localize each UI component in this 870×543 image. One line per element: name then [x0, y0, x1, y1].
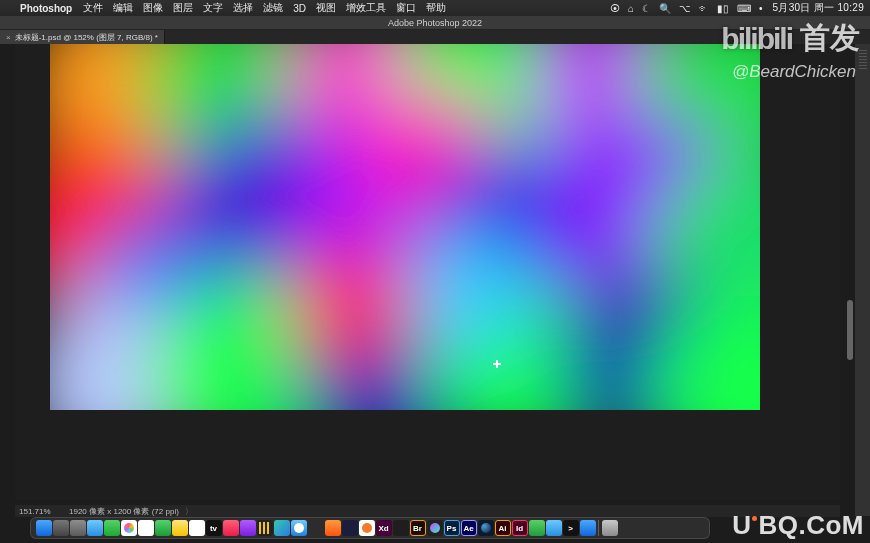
- record-icon[interactable]: ⦿: [606, 3, 624, 14]
- steam-icon[interactable]: [478, 520, 494, 536]
- calendar-icon[interactable]: 30: [138, 520, 154, 536]
- menubar-clock[interactable]: 5月30日 周一 10:29: [767, 1, 870, 15]
- podcasts-icon[interactable]: [240, 520, 256, 536]
- photoshop-window: Adobe Photoshop 2022 × 未标题-1.psd @ 152% …: [0, 16, 870, 543]
- bilibili-logo-text: bilibili: [721, 22, 792, 56]
- close-tab-icon[interactable]: ×: [6, 33, 11, 42]
- app-menu[interactable]: Photoshop: [14, 3, 78, 14]
- document-info[interactable]: 1920 像素 x 1200 像素 (72 ppi): [69, 506, 179, 517]
- cinema4d-icon[interactable]: [342, 520, 358, 536]
- launchpad-icon[interactable]: [53, 520, 69, 536]
- xd-icon[interactable]: Xd: [376, 520, 392, 536]
- canvas-stage[interactable]: [15, 44, 840, 500]
- control-center-icon[interactable]: ⌥: [675, 3, 695, 14]
- music-icon[interactable]: [223, 520, 239, 536]
- icloud-icon[interactable]: [87, 520, 103, 536]
- photoshop-icon[interactable]: Ps: [444, 520, 460, 536]
- menu-3d[interactable]: 3D: [288, 3, 311, 14]
- scrollbar-thumb[interactable]: [847, 300, 853, 360]
- notes-icon[interactable]: [172, 520, 188, 536]
- status-disclosure-icon[interactable]: 〉: [185, 506, 193, 517]
- document-tab-label: 未标题-1.psd @ 152% (图层 7, RGB/8) *: [15, 32, 158, 43]
- svg-point-21: [410, 234, 530, 354]
- menu-select[interactable]: 选择: [228, 1, 258, 15]
- video-status-icon[interactable]: •: [755, 3, 767, 14]
- zoom-level[interactable]: 151.71%: [19, 507, 63, 516]
- collapsed-panels[interactable]: [855, 44, 870, 516]
- illustrator-icon[interactable]: Ai: [495, 520, 511, 536]
- input-source-icon[interactable]: ⌨︎: [733, 3, 755, 14]
- svg-point-22: [290, 244, 410, 364]
- author-handle: @BeardChicken: [732, 62, 856, 82]
- menu-view[interactable]: 视图: [311, 1, 341, 15]
- appletv-icon[interactable]: tv: [206, 520, 222, 536]
- clipstudio-icon[interactable]: [308, 520, 324, 536]
- figma-icon[interactable]: [393, 520, 409, 536]
- pureref-icon[interactable]: [427, 520, 443, 536]
- menu-layer[interactable]: 图层: [168, 1, 198, 15]
- document-canvas[interactable]: [50, 44, 760, 410]
- site-watermark: UBQ.CoM: [732, 510, 864, 541]
- clips-icon[interactable]: [257, 520, 273, 536]
- dock-separator: [598, 520, 599, 536]
- trash-icon[interactable]: [602, 520, 618, 536]
- menu-image[interactable]: 图像: [138, 1, 168, 15]
- document-tab[interactable]: × 未标题-1.psd @ 152% (图层 7, RGB/8) *: [0, 30, 165, 44]
- reminders-icon[interactable]: [189, 520, 205, 536]
- bilibili-tag: 首发: [800, 18, 860, 59]
- terminal-icon[interactable]: >: [563, 520, 579, 536]
- aftereffects-icon[interactable]: Ae: [461, 520, 477, 536]
- menu-help[interactable]: 帮助: [421, 1, 451, 15]
- messages-icon[interactable]: [104, 520, 120, 536]
- indesign-icon[interactable]: Id: [512, 520, 528, 536]
- macos-menubar: Photoshop 文件 编辑 图像 图层 文字 选择 滤镜 3D 视图 增效工…: [0, 0, 870, 16]
- appstore-icon[interactable]: [580, 520, 596, 536]
- numbers-icon[interactable]: [529, 520, 545, 536]
- macos-dock: 30tvXdBrPsAeAiId>: [30, 517, 710, 539]
- spotlight-icon[interactable]: 🔍: [655, 3, 675, 14]
- edge-icon[interactable]: [274, 520, 290, 536]
- menu-type[interactable]: 文字: [198, 1, 228, 15]
- wechat-icon[interactable]: [155, 520, 171, 536]
- status-bar: 151.71% 1920 像素 x 1200 像素 (72 ppi) 〉: [15, 505, 840, 517]
- photos-icon[interactable]: [121, 520, 137, 536]
- bilibili-watermark: bilibili 首发: [721, 18, 860, 59]
- menu-window[interactable]: 窗口: [391, 1, 421, 15]
- vertical-scrollbar[interactable]: [844, 60, 854, 500]
- safari-icon[interactable]: [291, 520, 307, 536]
- qq-icon[interactable]: [325, 520, 341, 536]
- finder-icon[interactable]: [36, 520, 52, 536]
- folder-icon[interactable]: [546, 520, 562, 536]
- home-icon[interactable]: ⌂: [624, 3, 638, 14]
- menu-filter[interactable]: 滤镜: [258, 1, 288, 15]
- menu-edit[interactable]: 编辑: [108, 1, 138, 15]
- blender-icon[interactable]: [359, 520, 375, 536]
- system-settings-icon[interactable]: [70, 520, 86, 536]
- moon-icon[interactable]: ☾: [638, 3, 655, 14]
- bridge-icon[interactable]: Br: [410, 520, 426, 536]
- menu-file[interactable]: 文件: [78, 1, 108, 15]
- battery-icon[interactable]: ▮▯: [713, 3, 733, 14]
- menu-plugins[interactable]: 增效工具: [341, 1, 391, 15]
- wifi-icon[interactable]: ᯤ: [695, 3, 713, 14]
